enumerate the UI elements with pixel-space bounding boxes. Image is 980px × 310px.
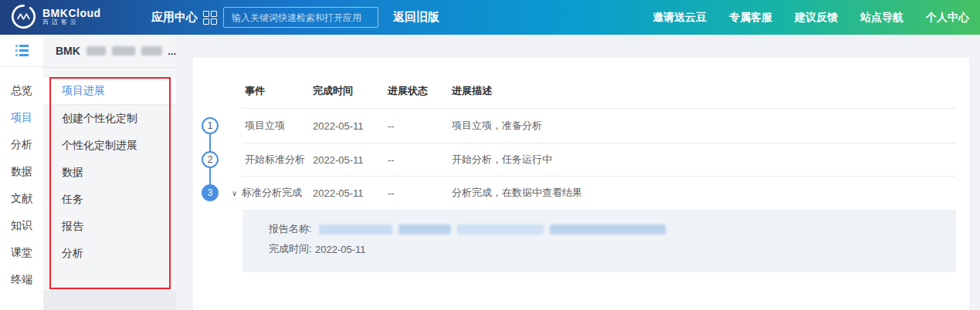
timeline-step-1: 1 [202, 117, 219, 134]
col-header-status: 进展状态 [388, 84, 428, 98]
row2-status: -- [388, 154, 395, 166]
redacted-report-name [319, 224, 666, 234]
panel-item-tasks[interactable]: 任务 [43, 186, 176, 213]
project-title-prefix: BMK [56, 45, 80, 57]
table-divider [242, 108, 956, 109]
top-header: BMKCloud 百迈客云 应用中心 返回旧版 邀请送云豆 专属客服 建议反馈 … [0, 0, 980, 35]
bmkcloud-logo-icon [11, 4, 36, 29]
link-site-nav[interactable]: 站点导航 [860, 11, 904, 25]
finish-time-label: 完成时间: [269, 242, 312, 256]
timeline-step-3: 3 [202, 184, 219, 201]
collapse-menu-button[interactable] [0, 35, 43, 67]
panel-item-custom-progress[interactable]: 个性化定制进展 [43, 132, 176, 159]
col-header-event: 事件 [245, 84, 265, 98]
panel-bottom-spacer [43, 291, 176, 310]
project-title-ellipsis: ... [168, 45, 176, 57]
redacted-project-name [112, 46, 136, 56]
sidebar-item-data[interactable]: 数据 [0, 158, 43, 185]
sidebar-item-projects[interactable]: 项目 [0, 104, 43, 131]
panel-item-analysis[interactable]: 分析 [43, 240, 176, 267]
primary-sidebar: 总览 项目 分析 数据 文献 知识 课堂 终端 [0, 35, 43, 310]
app-search-input[interactable] [223, 7, 378, 28]
timeline-step-2: 2 [202, 151, 219, 168]
row2-event: 开始标准分析 [245, 153, 305, 167]
app-center-label: 应用中心 [151, 10, 198, 25]
panel-item-data[interactable]: 数据 [43, 159, 176, 186]
link-customer-service[interactable]: 专属客服 [729, 11, 772, 25]
row3-status: -- [388, 187, 395, 199]
link-personal-center[interactable]: 个人中心 [926, 11, 969, 25]
header-links: 邀请送云豆 专属客服 建议反馈 站点导航 个人中心 [653, 0, 969, 35]
panel-item-reports[interactable]: 报告 [43, 213, 176, 240]
row1-event: 项目立项 [245, 119, 285, 133]
redacted-project-name [86, 46, 106, 56]
table-divider [242, 143, 956, 143]
back-to-old-version-button[interactable]: 返回旧版 [393, 0, 439, 35]
col-header-finish-time: 完成时间 [313, 84, 353, 98]
sidebar-item-analysis[interactable]: 分析 [0, 131, 43, 158]
row3-detail-box [242, 210, 956, 272]
link-invite-beans[interactable]: 邀请送云豆 [653, 11, 707, 25]
chevron-down-icon[interactable]: ∨ [232, 189, 237, 197]
sidebar-item-terminal[interactable]: 终端 [0, 266, 43, 293]
row3-finish-time: 2022-05-11 [313, 187, 364, 199]
finish-time-value: 2022-05-11 [315, 244, 366, 255]
bmkcloud-logo[interactable]: BMKCloud 百迈客云 [11, 4, 101, 29]
panel-item-create-custom[interactable]: 创建个性化定制 [43, 105, 176, 132]
logo-title: BMKCloud [42, 8, 101, 19]
row2-finish-time: 2022-05-11 [313, 154, 364, 166]
row1-status: -- [388, 120, 395, 132]
report-name-label: 报告名称: [269, 222, 312, 236]
col-header-description: 进展描述 [452, 84, 492, 98]
row3-description: 分析完成，在数据中查看结果 [452, 186, 582, 200]
row3-event[interactable]: 标准分析完成 [242, 186, 302, 200]
sidebar-item-overview[interactable]: 总览 [0, 77, 43, 104]
row2-description: 开始分析，任务运行中 [452, 153, 552, 167]
sidebar-item-knowledge[interactable]: 知识 [0, 212, 43, 239]
redacted-project-name [141, 46, 162, 56]
project-progress-card: 事件 完成时间 进展状态 进展描述 1 2 3 项目立项 2022-05-11 … [193, 58, 969, 310]
list-menu-icon [15, 45, 29, 56]
sidebar-item-literature[interactable]: 文献 [0, 185, 43, 212]
link-feedback[interactable]: 建议反馈 [795, 11, 838, 25]
project-panel: BMK ... 项目进展 创建个性化定制 个性化定制进展 数据 任务 报告 分析 [43, 35, 176, 310]
panel-item-project-progress[interactable]: 项目进展 [43, 78, 176, 105]
sidebar-item-classroom[interactable]: 课堂 [0, 239, 43, 266]
row1-description: 项目立项，准备分析 [452, 119, 542, 133]
row1-finish-time: 2022-05-11 [313, 120, 364, 132]
apps-grid-icon [203, 11, 217, 25]
logo-subtitle: 百迈客云 [42, 19, 101, 25]
table-divider [242, 176, 956, 177]
app-center-nav[interactable]: 应用中心 [151, 0, 217, 35]
project-title: BMK ... [43, 35, 176, 68]
bmkcloud-project-progress-page: { "header": { "logo_title": "BMKCloud", … [0, 0, 980, 310]
